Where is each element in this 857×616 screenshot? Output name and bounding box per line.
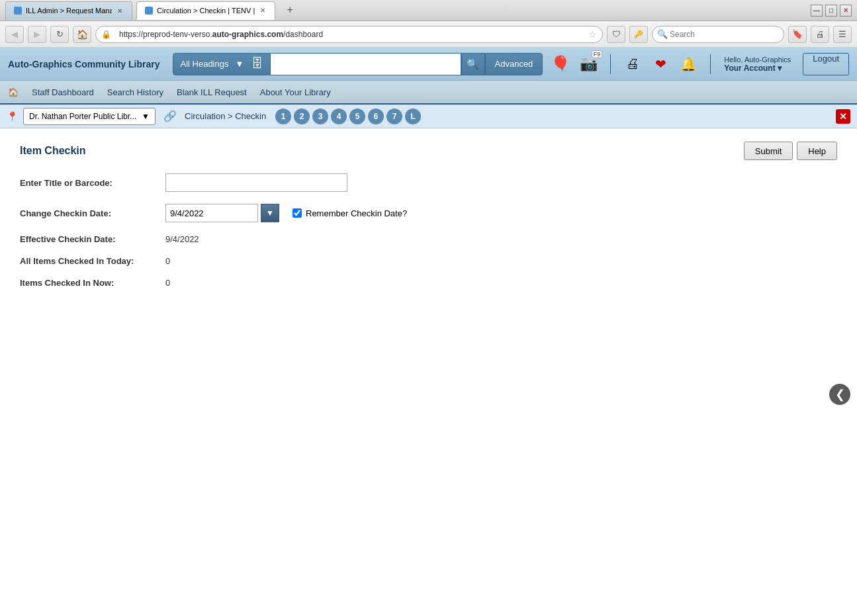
checkin-date-input[interactable] xyxy=(165,204,258,222)
nav-icon-print[interactable]: 🖨 xyxy=(811,26,829,43)
camera-icon[interactable]: 📷 F9 xyxy=(577,53,600,75)
remember-date-wrap: Remember Checkin Date? xyxy=(293,208,407,218)
bell-icon[interactable]: 🔔 xyxy=(677,53,699,75)
tab-close-2[interactable]: ✕ xyxy=(259,7,267,14)
location-pin-icon: 📍 xyxy=(7,111,18,122)
tab-label-2: Circulation > Checkin | TENV | xyxy=(157,7,255,15)
checkin-date-row: Change Checkin Date: ▼ Remember Checkin … xyxy=(20,204,837,222)
nav-home-icon[interactable]: 🏠 xyxy=(8,83,19,101)
scroll-left-button[interactable]: ❮ xyxy=(829,384,850,405)
browser-navbar: ◀ ▶ ↻ 🏠 🔒 https://preprod-tenv-verso.aut… xyxy=(0,21,857,48)
effective-date-value: 9/4/2022 xyxy=(165,234,199,244)
page-number-circles: 1 2 3 4 5 6 7 L xyxy=(275,109,421,124)
page-title: Item Checkin xyxy=(20,145,86,157)
url-bar[interactable]: 🔒 https://preprod-tenv-verso.auto-graphi… xyxy=(95,26,603,43)
circle-1[interactable]: 1 xyxy=(275,109,291,124)
f9-badge: F9 xyxy=(592,50,603,58)
items-now-value: 0 xyxy=(165,278,170,288)
database-icon[interactable]: 🗄 xyxy=(251,57,263,71)
tab-circulation[interactable]: Circulation > Checkin | TENV | ✕ xyxy=(136,1,275,20)
nav-blank-ill[interactable]: Blank ILL Request xyxy=(177,83,247,101)
header-separator xyxy=(610,54,611,74)
logout-button[interactable]: Logout xyxy=(803,53,849,75)
main-content: Item Checkin Submit Help Enter Title or … xyxy=(0,128,857,313)
nav-staff-dashboard[interactable]: Staff Dashboard xyxy=(32,83,94,101)
location-bar: 📍 Dr. Nathan Porter Public Libr... ▼ 🔗 C… xyxy=(0,105,857,128)
tab-label-1: ILL Admin > Request Manager | xyxy=(26,7,112,15)
circle-3[interactable]: 3 xyxy=(312,109,328,124)
checkin-date-label: Change Checkin Date: xyxy=(20,208,165,218)
circle-6[interactable]: 6 xyxy=(368,109,384,124)
remember-date-checkbox[interactable] xyxy=(293,208,302,218)
link-icon: 🔗 xyxy=(163,110,177,122)
search-button[interactable]: 🔍 xyxy=(461,53,485,75)
nav-icon-bookmark[interactable]: 🔖 xyxy=(788,26,807,43)
circle-5[interactable]: 5 xyxy=(349,109,365,124)
hello-text: Hello, Auto-Graphics xyxy=(724,56,791,64)
action-buttons: Submit Help xyxy=(744,142,837,160)
circle-7[interactable]: 7 xyxy=(386,109,402,124)
nav-search-history[interactable]: Search History xyxy=(107,83,163,101)
effective-date-label: Effective Checkin Date: xyxy=(20,234,165,244)
title-barcode-row: Enter Title or Barcode: xyxy=(20,173,837,192)
chevron-down-icon: ▼ xyxy=(235,59,244,69)
section-header: Item Checkin Submit Help xyxy=(20,142,837,160)
browser-titlebar: ILL Admin > Request Manager | ✕ Circulat… xyxy=(0,0,857,21)
tab-ill-admin[interactable]: ILL Admin > Request Manager | ✕ xyxy=(5,1,132,20)
search-input-area[interactable] xyxy=(271,53,461,75)
minimize-button[interactable]: — xyxy=(811,5,823,17)
close-button[interactable]: ✕ xyxy=(840,5,852,17)
nav-menu-button[interactable]: ☰ xyxy=(833,26,852,43)
account-area: Hello, Auto-Graphics Your Account ▾ xyxy=(724,56,791,73)
forward-button[interactable]: ▶ xyxy=(28,26,46,43)
account-dropdown[interactable]: Your Account ▾ xyxy=(724,64,781,73)
new-tab-button[interactable]: + xyxy=(282,2,298,18)
circle-2[interactable]: 2 xyxy=(294,109,310,124)
title-barcode-label: Enter Title or Barcode: xyxy=(20,178,165,188)
search-nav-icon: 🔍 xyxy=(657,29,668,39)
url-text: https://preprod-tenv-verso.auto-graphics… xyxy=(119,30,323,39)
app-header: Auto-Graphics Community Library All Head… xyxy=(0,48,857,81)
refresh-button[interactable]: ↻ xyxy=(50,26,69,43)
search-dropdown-label: All Headings xyxy=(180,59,228,69)
advanced-button[interactable]: Advanced xyxy=(485,53,543,75)
print-icon[interactable]: 🖨 xyxy=(621,53,644,75)
all-items-row: All Items Checked In Today: 0 xyxy=(20,256,837,266)
home-nav-button[interactable]: 🏠 xyxy=(73,26,91,43)
url-security-icon: 🔒 xyxy=(101,30,111,39)
tab-icon-1 xyxy=(14,7,22,15)
app-navbar: 🏠 Staff Dashboard Search History Blank I… xyxy=(0,81,857,105)
maximize-button[interactable]: □ xyxy=(825,5,837,17)
titlebar-controls: — □ ✕ xyxy=(811,5,852,17)
calendar-icon: ▼ xyxy=(266,208,274,218)
account-arrow-icon: ▾ xyxy=(778,64,782,73)
close-page-button[interactable]: ✕ xyxy=(836,109,850,124)
calendar-button[interactable]: ▼ xyxy=(261,204,279,222)
balloon-icon[interactable]: 🎈 xyxy=(549,53,572,75)
app-title: Auto-Graphics Community Library xyxy=(8,59,159,69)
search-input[interactable] xyxy=(276,59,455,69)
all-items-label: All Items Checked In Today: xyxy=(20,256,165,266)
circle-4[interactable]: 4 xyxy=(331,109,347,124)
items-now-row: Items Checked In Now: 0 xyxy=(20,278,837,288)
header-icons: 🎈 📷 F9 🖨 ❤ 🔔 Hello, Auto-Graphics Your A… xyxy=(549,53,849,75)
back-button[interactable]: ◀ xyxy=(5,26,24,43)
effective-date-row: Effective Checkin Date: 9/4/2022 xyxy=(20,234,837,244)
nav-icon-1[interactable]: 🛡 xyxy=(607,26,625,43)
nav-icon-2[interactable]: 🔑 xyxy=(629,26,648,43)
heart-icon[interactable]: ❤ xyxy=(649,53,672,75)
nav-about-library[interactable]: About Your Library xyxy=(260,83,331,101)
header-separator-2 xyxy=(710,54,711,74)
library-name: Dr. Nathan Porter Public Libr... xyxy=(29,112,136,121)
items-now-label: Items Checked In Now: xyxy=(20,278,165,288)
help-button[interactable]: Help xyxy=(797,142,837,160)
url-star-icon[interactable]: ☆ xyxy=(588,29,597,40)
title-barcode-input[interactable] xyxy=(165,173,347,192)
circle-l[interactable]: L xyxy=(405,109,421,124)
search-nav-input[interactable] xyxy=(652,26,784,43)
tab-close-1[interactable]: ✕ xyxy=(116,7,124,15)
search-dropdown[interactable]: All Headings ▼ 🗄 xyxy=(173,53,271,75)
submit-button[interactable]: Submit xyxy=(744,142,793,160)
tab-icon-2 xyxy=(145,7,153,15)
library-dropdown[interactable]: Dr. Nathan Porter Public Libr... ▼ xyxy=(23,108,156,125)
